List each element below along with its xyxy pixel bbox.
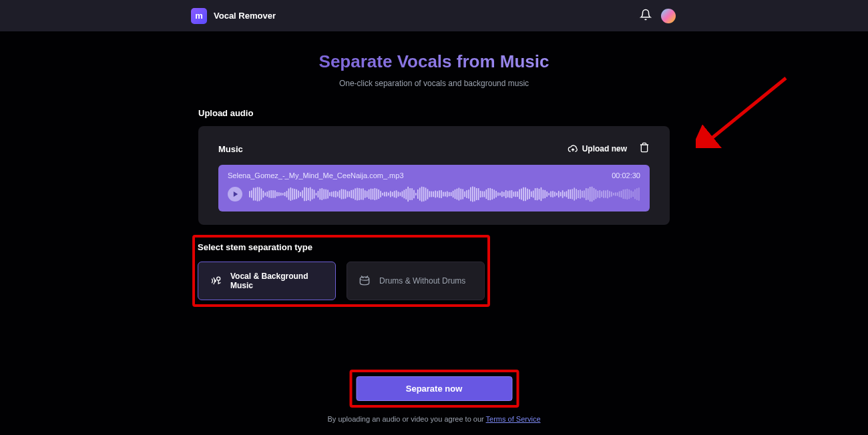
svg-rect-188 [617,192,618,195]
svg-rect-174 [590,187,591,201]
svg-rect-93 [431,191,432,197]
svg-rect-29 [306,187,307,201]
annotation-highlight-cta: Separate now [349,370,519,408]
svg-rect-86 [417,189,419,199]
svg-rect-121 [486,189,487,199]
svg-rect-12 [272,190,274,198]
svg-rect-10 [268,191,270,198]
svg-rect-190 [621,191,622,197]
svg-rect-80 [405,189,407,199]
svg-rect-106 [457,189,458,199]
svg-rect-42 [331,191,333,196]
svg-rect-60 [367,191,368,197]
stem-options: Vocal & Background Music Drums & Without… [198,262,485,300]
svg-rect-9 [266,191,268,197]
svg-rect-154 [550,191,552,197]
svg-rect-69 [384,192,385,197]
logo-letter: m [195,11,203,21]
svg-rect-73 [392,192,393,197]
svg-rect-193 [626,189,628,199]
svg-rect-177 [596,189,597,199]
svg-rect-62 [371,189,372,200]
svg-rect-189 [619,191,620,197]
svg-rect-144 [531,191,532,197]
svg-rect-70 [386,192,387,197]
svg-rect-64 [375,188,376,200]
svg-rect-153 [548,193,550,195]
page-title: Separate Vocals from Music [319,51,550,72]
svg-rect-100 [445,192,446,197]
waveform[interactable] [249,185,640,203]
svg-rect-173 [588,188,589,199]
svg-rect-112 [468,189,469,198]
separate-button[interactable]: Separate now [356,376,512,401]
svg-rect-146 [535,188,536,200]
svg-rect-184 [609,191,610,197]
svg-rect-35 [318,191,319,197]
svg-rect-149 [541,187,542,201]
svg-rect-22 [292,188,293,199]
svg-rect-163 [568,189,570,199]
notifications-icon[interactable] [640,9,652,23]
avatar[interactable] [661,9,676,23]
svg-rect-63 [373,189,374,199]
upload-section: Upload audio Music Upload new [198,108,670,225]
svg-rect-162 [566,191,568,197]
upload-label: Upload audio [198,108,670,118]
svg-rect-74 [394,191,395,197]
svg-rect-24 [296,189,297,199]
topbar-actions [640,9,676,23]
svg-rect-120 [484,191,485,197]
svg-rect-94 [433,191,434,197]
svg-rect-147 [537,188,538,200]
delete-button[interactable] [639,142,650,155]
play-button[interactable] [228,187,242,201]
svg-rect-104 [453,191,454,197]
main-content: Separate Vocals from Music One-click sep… [0,31,868,300]
svg-rect-130 [503,192,505,196]
svg-rect-54 [355,188,356,199]
upload-new-button[interactable]: Upload new [568,143,627,154]
svg-rect-122 [487,188,489,200]
svg-rect-179 [599,190,600,198]
svg-rect-84 [413,190,415,199]
logo-icon: m [191,8,207,24]
svg-rect-157 [556,193,558,195]
svg-rect-176 [594,188,595,200]
svg-rect-143 [529,189,530,199]
svg-rect-175 [592,187,593,202]
svg-rect-178 [598,191,599,197]
page-subtitle: One-click separation of vocals and backg… [0,79,868,88]
svg-rect-141 [525,187,526,201]
svg-rect-59 [365,190,366,197]
svg-rect-23 [294,189,295,199]
svg-rect-136 [515,191,516,197]
stem-label: Select stem separation type [198,242,485,252]
svg-rect-75 [396,190,397,197]
svg-rect-165 [572,189,573,199]
svg-rect-195 [630,191,632,198]
svg-rect-156 [554,191,556,196]
svg-rect-56 [359,188,360,200]
stem-option-drums[interactable]: Drums & Without Drums [347,262,485,300]
svg-rect-20 [288,188,290,199]
stem-option-vocal[interactable]: Vocal & Background Music [198,262,336,300]
svg-rect-45 [337,191,339,196]
svg-rect-65 [376,189,377,200]
audio-meta: Selena_Gomez_-_My_Mind_Me_CeeNaija.com_.… [228,171,640,179]
svg-rect-137 [517,191,518,197]
svg-rect-150 [543,189,544,198]
svg-rect-85 [415,193,417,195]
tos-link[interactable]: Terms of Service [486,415,541,423]
audio-body [228,185,640,203]
svg-rect-138 [519,189,520,199]
upload-card-header: Music Upload new [218,142,650,155]
svg-rect-40 [327,190,329,199]
svg-rect-27 [302,190,303,197]
svg-rect-109 [462,189,463,199]
svg-rect-6 [261,189,262,200]
svg-rect-47 [341,189,343,199]
svg-rect-116 [476,188,477,200]
svg-point-201 [360,277,369,280]
svg-rect-127 [497,192,499,195]
